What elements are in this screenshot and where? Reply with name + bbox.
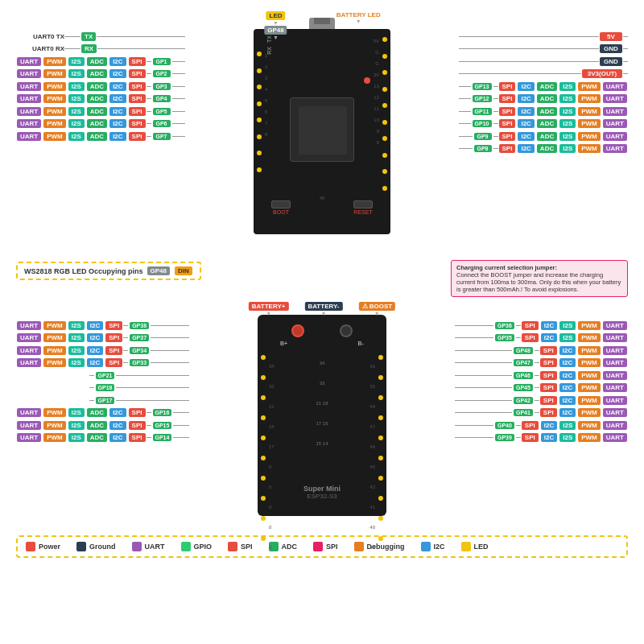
top-left-pins: UART0 TX TX UART0 RX RX UART PWM I2S ADC xyxy=(16,24,185,143)
i2c-badge: I2C xyxy=(109,57,126,66)
3v3-row: 3V3(OUT) xyxy=(459,68,628,80)
gp38-row: UART PWM I2S I2C SPI GP38 xyxy=(16,320,189,331)
top-board-section: LED ▼ GP48 ▼ BATTERY LED ▼ UART0 TX TX U… xyxy=(8,8,636,258)
gp5-pin: GP5 xyxy=(153,108,171,115)
charging-note-box: Charging current selection jumper: Conne… xyxy=(451,260,628,297)
spi-badge: SPI xyxy=(129,57,146,66)
ws-gp48-badge: GP48 xyxy=(147,266,170,275)
led-indicator xyxy=(364,77,370,84)
gp5-row: UART PWM I2S ADC I2C SPI GP5 xyxy=(16,105,185,117)
spi1-color xyxy=(228,542,237,551)
gp45-row: GP45 SPI I2C PWM UART xyxy=(455,382,628,394)
gp21-row: GP21 xyxy=(16,369,189,381)
gp35-row: GP35 SPI I2C I2S PWM UART xyxy=(455,332,628,344)
legend-spi2: SPI xyxy=(313,542,338,551)
gp46-row: GP46 SPI I2C PWM UART xyxy=(455,369,628,381)
gp1-pin: GP1 xyxy=(153,58,171,65)
uart0-tx-label: UART0 TX xyxy=(16,33,64,40)
legend-ground: Ground xyxy=(76,542,116,551)
bminus-label: B- xyxy=(358,341,364,346)
gp1-row: UART PWM I2S ADC I2C SPI GP1 xyxy=(16,56,185,67)
gp15-row: UART PWM I2S ADC I2C SPI GP15 xyxy=(16,419,189,431)
gp18-pin: GP18 xyxy=(96,384,115,391)
legend-debug: Debugging xyxy=(354,542,405,551)
charging-title: Charging current selection jumper: xyxy=(456,264,557,271)
gp17-row: GP17 xyxy=(16,394,189,406)
gp9-pin: GP9 xyxy=(474,133,492,140)
gp10-pin: GP10 xyxy=(473,120,492,127)
battery-minus-label: BATTERY- xyxy=(304,302,342,311)
gp37-row: UART PWM I2S I2C SPI GP37 xyxy=(16,332,189,344)
gp7-pin: GP7 xyxy=(153,133,171,140)
gp4-pin: GP4 xyxy=(153,95,171,102)
gp13-row: GP13 SPI I2C ADC I2S PWM UART xyxy=(459,80,628,92)
ground-color xyxy=(76,542,86,551)
gp3-row: UART PWM I2S ADC I2C SPI GP3 xyxy=(16,80,185,92)
spi2-color xyxy=(313,542,323,551)
gp41-row: GP41 SPI I2C PWM UART xyxy=(455,407,628,419)
gp48-top-badge: GP48 xyxy=(264,26,287,35)
legend-box: Power Ground UART GPIO SPI ADC SPI Debu xyxy=(16,535,628,558)
gnd2-pin: GND xyxy=(600,57,622,66)
spi1-label: SPI xyxy=(241,543,253,551)
i2s-badge: I2S xyxy=(68,57,85,66)
boot-button[interactable] xyxy=(271,200,291,208)
uart0-rx-label: UART0 RX xyxy=(16,45,64,52)
gpio-label: GPIO xyxy=(194,543,213,551)
battery-led-label: BATTERY LED xyxy=(336,11,381,19)
power-label: Power xyxy=(39,543,60,551)
gp42-row: GP42 SPI I2C PWM UART xyxy=(455,394,628,406)
reset-button[interactable] xyxy=(353,200,373,208)
top-center-labels: LED ▼ GP48 ▼ BATTERY LED ▼ xyxy=(263,11,380,40)
bottom-left-pins: UART PWM I2S I2C SPI GP38 UART PWM I2S I… xyxy=(16,315,189,444)
3v3-pin: 3V3(OUT) xyxy=(582,69,622,78)
pcb-body: TX RX xyxy=(254,29,390,234)
gp38-pin: GP38 xyxy=(130,322,149,329)
boost-label: ⚠ BOOST xyxy=(359,302,396,311)
gp2-pin: GP2 xyxy=(153,70,171,77)
gp39-pin: GP39 xyxy=(495,434,514,441)
pwm-badge: PWM xyxy=(43,57,66,66)
i2c-label: I2C xyxy=(434,543,445,551)
tx-row: UART0 TX TX xyxy=(16,31,185,42)
gp8-pin: GP8 xyxy=(474,145,492,152)
esp32s3-label: ESP32-S3 xyxy=(303,493,341,500)
gp47-row: GP47 SPI I2C PWM UART xyxy=(455,357,628,369)
gp16-row: UART PWM I2S ADC I2C SPI GP16 xyxy=(16,407,189,419)
ws-din-badge: DIN xyxy=(175,266,192,275)
led-color xyxy=(461,542,471,551)
rx-pin: RX xyxy=(81,44,97,53)
spi2-label: SPI xyxy=(326,543,338,551)
gp12-pin: GP12 xyxy=(473,95,492,102)
mid-notes-section: WS2818 RGB LED Occupying pins GP48 DIN C… xyxy=(8,260,636,297)
legend-gpio: GPIO xyxy=(181,542,213,551)
gp33-pin: GP33 xyxy=(130,359,149,366)
gnd1-row: GND xyxy=(459,43,628,55)
gp12-row: GP12 SPI I2C ADC I2S PWM UART xyxy=(459,93,628,105)
adc-label: ADC xyxy=(282,543,298,551)
rx-line xyxy=(64,48,80,49)
battery-plus-pad xyxy=(291,324,304,337)
gp8-row: GP8 SPI I2C ADC I2S PWM UART xyxy=(459,143,628,155)
legend-led: LED xyxy=(461,542,489,551)
legend-i2c: I2C xyxy=(421,542,445,551)
5v-row: 5V xyxy=(459,31,628,42)
gp47-pin: GP47 xyxy=(514,359,533,366)
gp4-row: UART PWM I2S ADC I2C SPI GP4 xyxy=(16,93,185,105)
gp9-row: GP9 SPI I2C ADC I2S PWM UART xyxy=(459,130,628,142)
gp6-row: UART PWM I2S ADC I2C SPI GP6 xyxy=(16,118,185,130)
rx-row: UART0 RX RX xyxy=(16,43,185,55)
gp15-pin: GP15 xyxy=(153,422,172,429)
gpio-color xyxy=(181,542,191,551)
battery-pads xyxy=(274,324,370,337)
ws-note-box: WS2818 RGB LED Occupying pins GP48 DIN xyxy=(16,262,201,280)
bottom-top-labels: BATTERY+ ▼ BATTERY- ▼ ⚠ BOOST ▼ xyxy=(248,302,396,316)
legend-spi1: SPI xyxy=(228,542,253,551)
left-pin-dots xyxy=(257,52,262,172)
gp36-row: GP36 SPI I2C I2S PWM UART xyxy=(455,320,628,331)
gp46-pin: GP46 xyxy=(514,372,533,379)
adc-badge: ADC xyxy=(87,57,107,66)
gp6-pin: GP6 xyxy=(153,120,171,127)
gp2-row: UART PWM I2S ADC I2C SPI GP2 xyxy=(16,68,185,80)
bottom-board-section: BATTERY+ ▼ BATTERY- ▼ ⚠ BOOST ▼ UART PWM… xyxy=(8,300,636,534)
